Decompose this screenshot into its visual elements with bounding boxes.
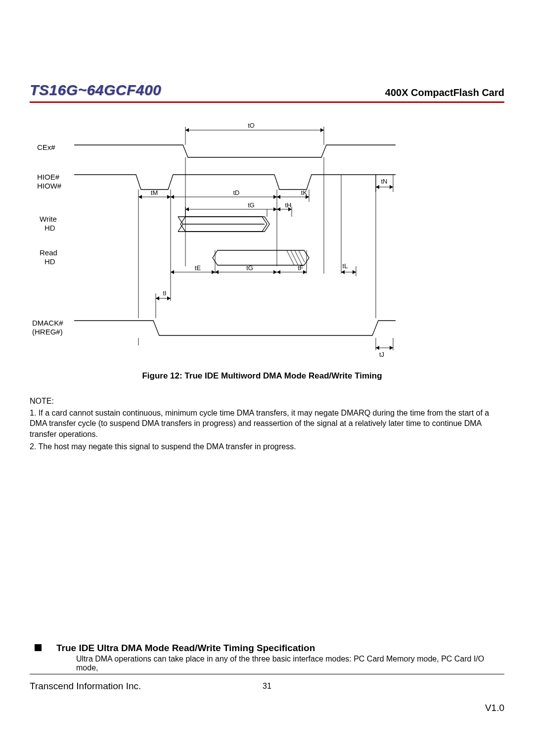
timing-tI: tI <box>163 289 166 297</box>
svg-line-23 <box>295 250 302 265</box>
svg-line-22 <box>291 250 298 265</box>
label-hioe: HIOE# <box>37 173 60 181</box>
read-valid-hatch <box>287 250 305 265</box>
note-item-2: 2. The host may negate this signal to su… <box>30 441 504 452</box>
timing-tL: tL <box>343 262 348 270</box>
timing-tN: tN <box>381 178 388 185</box>
square-bullet-icon <box>35 644 42 651</box>
page-header: TS16G~64GCF400 400X CompactFlash Card <box>30 82 504 98</box>
timing-tM: tM <box>151 189 158 196</box>
footer-page-number: 31 <box>263 682 271 691</box>
note-item-1: 1. If a card cannot sustain continuous, … <box>30 408 504 440</box>
label-dmack: DMACK# <box>32 319 63 327</box>
section-title: True IDE Ultra DMA Mode Read/Write Timin… <box>56 643 315 654</box>
product-model: TS16G~64GCF400 <box>30 82 161 98</box>
page-footer: Transcend Information Inc. 31 <box>30 681 504 692</box>
footer-company: Transcend Information Inc. <box>30 681 141 692</box>
timing-tH: tH <box>285 201 292 209</box>
svg-line-21 <box>287 250 294 265</box>
label-write-hd: HD <box>44 224 55 232</box>
timing-tF: tF <box>298 264 304 272</box>
label-hreg: (HREG#) <box>32 328 63 336</box>
timing-tO: tO <box>248 122 255 129</box>
label-write: Write <box>40 215 57 223</box>
svg-rect-36 <box>72 318 398 338</box>
header-divider <box>30 101 504 103</box>
label-hiow: HIOW# <box>37 182 62 190</box>
timing-tJ: tJ <box>379 351 384 358</box>
notes-heading: NOTE: <box>30 396 504 407</box>
timing-diagram-container: .ln { stroke:#000; stroke-width:1.3; fil… <box>30 118 410 362</box>
timing-tG-lower: tG <box>246 264 253 272</box>
timing-tE: tE <box>195 264 201 272</box>
timing-diagram: .ln { stroke:#000; stroke-width:1.3; fil… <box>30 118 410 360</box>
next-section: True IDE Ultra DMA Mode Read/Write Timin… <box>30 643 504 674</box>
timing-tK: tK <box>301 189 308 196</box>
footer-divider <box>30 674 504 674</box>
notes-block: NOTE: 1. If a card cannot sustain contin… <box>30 396 504 452</box>
section-body: Ultra DMA operations can take place in a… <box>76 655 504 672</box>
product-name: 400X CompactFlash Card <box>385 87 504 98</box>
footer-version: V1.0 <box>485 703 504 713</box>
label-read-hd: HD <box>44 257 55 266</box>
label-cex: CEx# <box>37 143 55 151</box>
figure-caption: Figure 12: True IDE Multiword DMA Mode R… <box>89 371 435 381</box>
timing-tD: tD <box>233 189 240 196</box>
label-read: Read <box>40 248 57 257</box>
timing-tG-upper: tG <box>248 201 255 209</box>
page: TS16G~64GCF400 400X CompactFlash Card .l… <box>0 0 534 756</box>
